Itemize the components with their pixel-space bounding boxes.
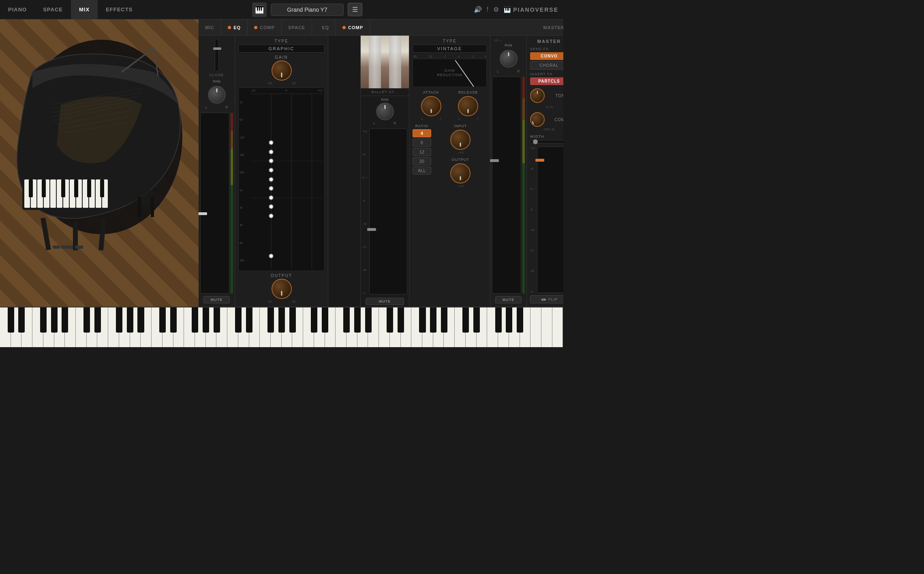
black-key-6-0[interactable] xyxy=(462,307,469,333)
main-fader-handle-1[interactable] xyxy=(199,212,207,215)
master-fader-handle[interactable] xyxy=(535,159,544,162)
attack-knob[interactable] xyxy=(421,96,441,116)
black-key-3-4[interactable] xyxy=(278,307,285,333)
volume-icon[interactable]: 🔊 xyxy=(474,6,482,13)
mic-fader-track[interactable] xyxy=(215,39,219,71)
ratio-btn-12[interactable]: 12 xyxy=(413,148,431,156)
eq-handle-500[interactable] xyxy=(269,177,274,181)
black-key-4-1[interactable] xyxy=(322,307,328,333)
eq-handle-2k[interactable] xyxy=(269,195,274,200)
send-fx-convo[interactable]: CONVO xyxy=(530,52,563,60)
black-key-6-5[interactable] xyxy=(517,307,523,333)
black-key-0-4[interactable] xyxy=(51,307,58,333)
black-key-4-5[interactable] xyxy=(365,307,372,333)
release-knob[interactable] xyxy=(458,96,478,116)
width-slider-handle[interactable] xyxy=(533,139,538,144)
eq-handle-125[interactable] xyxy=(269,159,274,163)
tone-knob[interactable] xyxy=(530,88,545,103)
alert-icon[interactable]: ! xyxy=(487,6,488,13)
black-key-2-5[interactable] xyxy=(214,307,220,333)
black-key-6-4[interactable] xyxy=(506,307,512,333)
black-key-1-5[interactable] xyxy=(137,307,144,333)
black-key-6-3[interactable] xyxy=(495,307,502,333)
space-pan-knob[interactable] xyxy=(376,102,394,120)
black-key-4-0[interactable] xyxy=(311,307,317,333)
main-fader-track-2[interactable] xyxy=(492,77,521,294)
tab-mix[interactable]: MIX xyxy=(71,0,98,19)
black-key-1-0[interactable] xyxy=(83,307,90,333)
eq-handle-63[interactable] xyxy=(269,149,274,154)
mix-tab-eq1[interactable]: EQ xyxy=(221,19,248,35)
comp-knob[interactable] xyxy=(530,112,545,127)
space-fader-handle[interactable] xyxy=(367,228,376,231)
eq-handle-16k[interactable] xyxy=(269,254,274,258)
black-key-3-3[interactable] xyxy=(267,307,274,333)
pan-knob-1[interactable] xyxy=(208,86,226,104)
black-key-0-3[interactable] xyxy=(40,307,47,333)
black-key-5-0[interactable] xyxy=(387,307,393,333)
black-key-1-3[interactable] xyxy=(116,307,122,333)
white-key-51[interactable] xyxy=(552,307,563,347)
white-key-50[interactable] xyxy=(541,307,552,347)
ratio-btn-8[interactable]: 8 xyxy=(413,139,431,147)
black-key-1-4[interactable] xyxy=(127,307,133,333)
eq-handle-250[interactable] xyxy=(269,168,274,172)
gain-knob[interactable] xyxy=(272,60,292,81)
eq-handle-1k[interactable] xyxy=(269,186,274,191)
mix-tab-comp1[interactable]: COMP xyxy=(248,19,282,35)
black-key-1-1[interactable] xyxy=(94,307,101,333)
eq-handle-31[interactable] xyxy=(269,141,274,145)
white-key-49[interactable] xyxy=(530,307,541,347)
pan-knob-2[interactable] xyxy=(500,50,518,68)
eq-handle-8k[interactable] xyxy=(269,213,274,218)
black-key-4-3[interactable] xyxy=(343,307,350,333)
flip-button[interactable]: ◀▶ FLIP xyxy=(530,295,563,303)
mix-tab-master[interactable]: MASTER xyxy=(537,19,563,35)
mix-tab-space[interactable]: SPACE xyxy=(282,19,312,35)
black-key-4-4[interactable] xyxy=(354,307,361,333)
black-key-3-5[interactable] xyxy=(289,307,296,333)
black-key-5-3[interactable] xyxy=(419,307,426,333)
ratio-btn-4[interactable]: 4 xyxy=(413,129,431,137)
mix-tab-comp2[interactable]: COMP xyxy=(336,19,370,35)
mute-button-1[interactable]: MUTE xyxy=(203,296,230,303)
space-mute-button[interactable]: MUTE xyxy=(366,298,404,305)
tab-space[interactable]: SPACE xyxy=(35,0,71,19)
main-fader-track-1[interactable] xyxy=(200,113,229,294)
black-key-0-1[interactable] xyxy=(18,307,25,333)
tab-effects[interactable]: EFFECTS xyxy=(98,0,141,19)
insert-fx-partcls[interactable]: PARTCLS xyxy=(530,77,563,85)
mute-button-2[interactable]: MUTE xyxy=(495,296,522,303)
black-key-0-0[interactable] xyxy=(8,307,14,333)
menu-button[interactable]: ☰ xyxy=(348,3,362,16)
black-key-2-3[interactable] xyxy=(192,307,198,333)
input-knob[interactable] xyxy=(450,130,471,150)
tab-piano[interactable]: PIANO xyxy=(0,0,35,19)
eq-graphic-display[interactable]: -120+12 31631252505001k2k4k8k16k xyxy=(238,87,325,271)
output-knob-comp[interactable] xyxy=(450,163,471,184)
black-key-0-5[interactable] xyxy=(62,307,68,333)
black-key-5-4[interactable] xyxy=(430,307,436,333)
black-key-5-5[interactable] xyxy=(441,307,447,333)
ratio-btn-all[interactable]: ALL xyxy=(413,166,431,175)
width-slider-track[interactable] xyxy=(530,140,563,143)
send-fx-choral[interactable]: CHORAL xyxy=(530,61,563,70)
black-key-3-0[interactable] xyxy=(235,307,242,333)
main-fader-handle-2[interactable] xyxy=(490,159,499,162)
black-key-3-1[interactable] xyxy=(246,307,252,333)
instrument-name[interactable]: Grand Piano Y7 xyxy=(271,4,344,16)
mix-tab-mic[interactable]: MIC xyxy=(199,19,221,35)
eq-handle-4k[interactable] xyxy=(269,205,274,209)
black-key-6-1[interactable] xyxy=(473,307,480,333)
master-fader-track[interactable] xyxy=(537,147,563,293)
ratio-btn-20[interactable]: 20 xyxy=(413,157,431,165)
mix-tab-eq2[interactable]: EQ xyxy=(315,19,336,35)
black-key-2-4[interactable] xyxy=(203,307,209,333)
output-knob[interactable] xyxy=(272,279,292,299)
mic-fader-handle[interactable] xyxy=(213,47,221,50)
settings-icon[interactable]: ⚙ xyxy=(493,6,499,13)
black-key-2-1[interactable] xyxy=(170,307,177,333)
space-fader-track[interactable] xyxy=(369,128,407,294)
black-key-5-1[interactable] xyxy=(398,307,404,333)
black-key-2-0[interactable] xyxy=(159,307,166,333)
